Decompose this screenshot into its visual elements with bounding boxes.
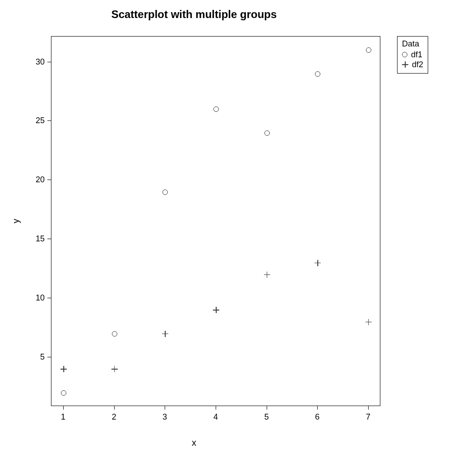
plus-icon: [402, 61, 408, 68]
y-tick-label: 20: [36, 175, 45, 185]
y-tick: [47, 357, 51, 357]
x-tick: [165, 406, 165, 410]
x-tick-label: 5: [264, 412, 269, 422]
circle-icon: [402, 52, 407, 57]
x-tick-label: 4: [213, 412, 218, 422]
x-tick: [114, 406, 115, 410]
x-tick-label: 2: [112, 412, 116, 422]
data-point-circle: [61, 390, 66, 396]
data-point-circle: [366, 47, 371, 53]
legend-entry-df1: df1: [402, 50, 423, 60]
data-point-plus: [365, 319, 372, 325]
x-axis-label: x: [0, 438, 388, 448]
x-tick-label: 7: [366, 412, 370, 422]
y-tick-label: 15: [36, 234, 45, 244]
y-tick: [47, 62, 51, 62]
x-tick-label: 3: [162, 412, 167, 422]
x-tick: [63, 406, 64, 410]
x-tick: [216, 406, 216, 410]
plot-area: [51, 36, 380, 406]
data-point-plus: [264, 272, 270, 278]
data-point-plus: [213, 307, 219, 313]
legend-label: df2: [412, 60, 423, 69]
data-point-plus: [162, 331, 168, 337]
data-point-plus: [314, 260, 321, 266]
x-tick-label: 1: [61, 412, 65, 422]
legend-label: df1: [411, 50, 422, 60]
data-point-plus: [111, 366, 118, 372]
data-point-plus: [60, 366, 67, 372]
data-point-circle: [315, 71, 320, 77]
y-axis-label: y: [11, 219, 21, 223]
legend: Data df1 df2: [397, 36, 428, 74]
chart-title: Scatterplot with multiple groups: [0, 8, 388, 21]
y-tick-label: 25: [36, 116, 45, 125]
data-point-circle: [112, 331, 117, 337]
y-tick: [47, 120, 51, 121]
data-point-circle: [264, 130, 270, 136]
y-tick: [47, 180, 51, 180]
y-tick-label: 30: [36, 57, 45, 66]
data-point-circle: [162, 189, 168, 195]
x-tick-label: 6: [315, 412, 319, 422]
y-tick-label: 10: [36, 293, 45, 303]
x-tick: [267, 406, 267, 410]
x-tick: [368, 406, 369, 410]
chart-container: Scatterplot with multiple groups y x 123…: [0, 0, 476, 462]
y-tick-label: 5: [40, 352, 45, 362]
legend-entry-df2: df2: [402, 60, 423, 69]
data-point-circle: [213, 106, 219, 112]
y-tick: [47, 298, 51, 298]
legend-title: Data: [402, 39, 423, 49]
y-tick: [47, 239, 51, 239]
x-tick: [317, 406, 318, 410]
